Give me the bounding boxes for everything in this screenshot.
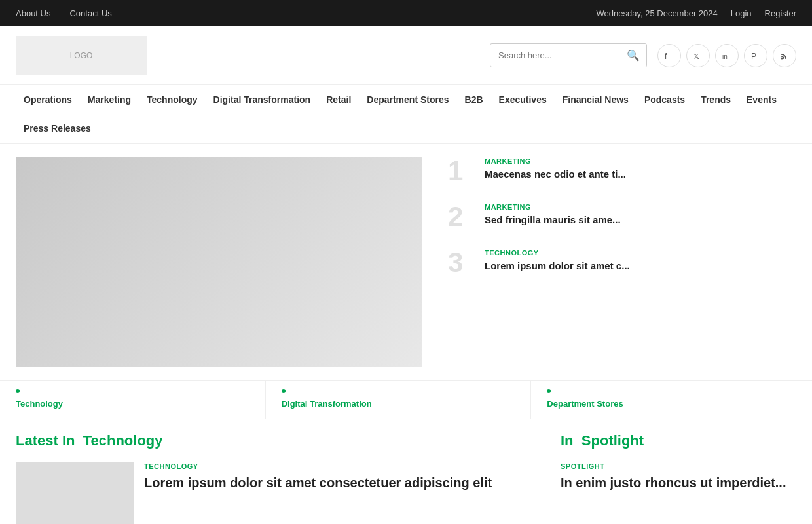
date-display: Wednesday, 25 December 2024	[597, 9, 718, 18]
nav-b2b[interactable]: B2B	[457, 85, 491, 114]
spotlight-article-title[interactable]: In enim justo rhoncus ut imperdiet...	[561, 474, 796, 491]
article-title[interactable]: Lorem ipsum dolor sit amet consectetuer …	[144, 474, 545, 491]
trending-item-3: 3 TECHNOLOGY Lorem ipsum dolor sit amet …	[448, 249, 796, 276]
article-thumbnail	[16, 462, 134, 524]
cat-dot-department	[547, 389, 551, 393]
latest-article: TECHNOLOGY Lorem ipsum dolor sit amet co…	[16, 462, 545, 524]
cat-dot-digital	[282, 389, 286, 393]
category-sections: Technology Digital Transformation Depart…	[0, 380, 812, 419]
separator: —	[56, 9, 64, 18]
login-link[interactable]: Login	[731, 9, 752, 18]
cat-section-digital: Digital Transformation	[266, 381, 532, 419]
top-bar: About Us — Contact Us Wednesday, 25 Dece…	[0, 0, 812, 26]
trending-number-1: 1	[448, 157, 474, 185]
nav-financial-news[interactable]: Financial News	[555, 85, 637, 114]
trending-content-2: MARKETING Sed fringilla mauris sit ame..…	[485, 203, 621, 227]
hero-area	[16, 157, 422, 367]
spotlight-category-tag: SPOTLIGHT	[561, 462, 796, 470]
svg-text:f: f	[665, 52, 667, 60]
spotlight-heading-highlight: Spotlight	[581, 432, 644, 449]
linkedin-icon[interactable]: in	[715, 44, 739, 67]
nav-retail[interactable]: Retail	[318, 85, 359, 114]
nav-podcasts[interactable]: Podcasts	[637, 85, 693, 114]
cat-title-digital[interactable]: Digital Transformation	[282, 399, 515, 409]
cat-title-department[interactable]: Department Stores	[547, 399, 781, 409]
search-button[interactable]: 🔍	[620, 44, 646, 67]
nav-executives[interactable]: Executives	[491, 85, 555, 114]
cat-dot-technology	[16, 389, 20, 393]
trending-content-3: TECHNOLOGY Lorem ipsum dolor sit amet c.…	[485, 249, 630, 272]
main-content: 1 MARKETING Maecenas nec odio et ante ti…	[0, 144, 812, 380]
nav-events[interactable]: Events	[739, 85, 784, 114]
nav-trends[interactable]: Trends	[693, 85, 739, 114]
article-category-tag: TECHNOLOGY	[144, 462, 545, 470]
spotlight-heading-prefix: In	[561, 432, 574, 449]
nav-digital-transformation[interactable]: Digital Transformation	[206, 85, 319, 114]
nav-press-releases[interactable]: Press Releases	[16, 114, 99, 143]
trending-number-2: 2	[448, 203, 474, 231]
trending-category-3: TECHNOLOGY	[485, 249, 630, 257]
svg-point-4	[781, 57, 783, 59]
trending-title-2[interactable]: Sed fringilla mauris sit ame...	[485, 214, 621, 227]
site-logo: LOGO	[16, 36, 147, 75]
spotlight-heading: In Spotlight	[561, 432, 796, 449]
svg-text:P: P	[751, 52, 756, 60]
contact-us-link[interactable]: Contact Us	[69, 9, 111, 18]
search-container: 🔍	[490, 43, 647, 67]
article-text-block: TECHNOLOGY Lorem ipsum dolor sit amet co…	[144, 462, 545, 491]
trending-title-1[interactable]: Maecenas nec odio et ante ti...	[485, 168, 626, 181]
cat-section-department: Department Stores	[531, 381, 796, 419]
trending-item-2: 2 MARKETING Sed fringilla mauris sit ame…	[448, 203, 796, 231]
spotlight-text-block: SPOTLIGHT In enim justo rhoncus ut imper…	[561, 462, 796, 491]
trending-number-3: 3	[448, 249, 474, 276]
trending-category-1: MARKETING	[485, 157, 626, 165]
header: LOGO 🔍 f 𝕏 in P	[0, 26, 812, 85]
latest-technology-heading: Latest In Technology	[16, 432, 545, 449]
svg-text:in: in	[722, 53, 728, 60]
trending-title-3[interactable]: Lorem ipsum dolor sit amet c...	[485, 259, 630, 272]
latest-heading-highlight: Technology	[83, 432, 163, 449]
social-icons-group: f 𝕏 in P	[657, 44, 796, 67]
latest-spotlight-section: Latest In Technology TECHNOLOGY Lorem ip…	[0, 419, 812, 524]
register-link[interactable]: Register	[765, 9, 796, 18]
cat-section-technology: Technology	[16, 381, 266, 419]
main-nav: Operations Marketing Technology Digital …	[0, 85, 812, 144]
latest-heading-prefix: Latest In	[16, 432, 75, 449]
cat-title-technology[interactable]: Technology	[16, 399, 249, 409]
hero-image	[16, 157, 422, 367]
spotlight-article: SPOTLIGHT In enim justo rhoncus ut imper…	[561, 462, 796, 491]
trending-item-1: 1 MARKETING Maecenas nec odio et ante ti…	[448, 157, 796, 185]
top-bar-right: Wednesday, 25 December 2024 Login Regist…	[597, 9, 796, 18]
latest-technology-section: Latest In Technology TECHNOLOGY Lorem ip…	[16, 432, 545, 524]
trending-sidebar: 1 MARKETING Maecenas nec odio et ante ti…	[437, 157, 796, 367]
search-input[interactable]	[490, 45, 620, 66]
trending-content-1: MARKETING Maecenas nec odio et ante ti..…	[485, 157, 626, 181]
rss-icon[interactable]	[773, 44, 796, 67]
svg-text:𝕏: 𝕏	[693, 52, 699, 60]
facebook-icon[interactable]: f	[657, 44, 681, 67]
twitter-icon[interactable]: 𝕏	[686, 44, 710, 67]
nav-technology[interactable]: Technology	[139, 85, 206, 114]
top-bar-left: About Us — Contact Us	[16, 9, 112, 18]
spotlight-section: In Spotlight SPOTLIGHT In enim justo rho…	[561, 432, 796, 524]
nav-marketing[interactable]: Marketing	[80, 85, 139, 114]
nav-department-stores[interactable]: Department Stores	[359, 85, 456, 114]
about-us-link[interactable]: About Us	[16, 9, 50, 18]
nav-operations[interactable]: Operations	[16, 85, 80, 114]
pinterest-icon[interactable]: P	[744, 44, 767, 67]
trending-category-2: MARKETING	[485, 203, 621, 211]
